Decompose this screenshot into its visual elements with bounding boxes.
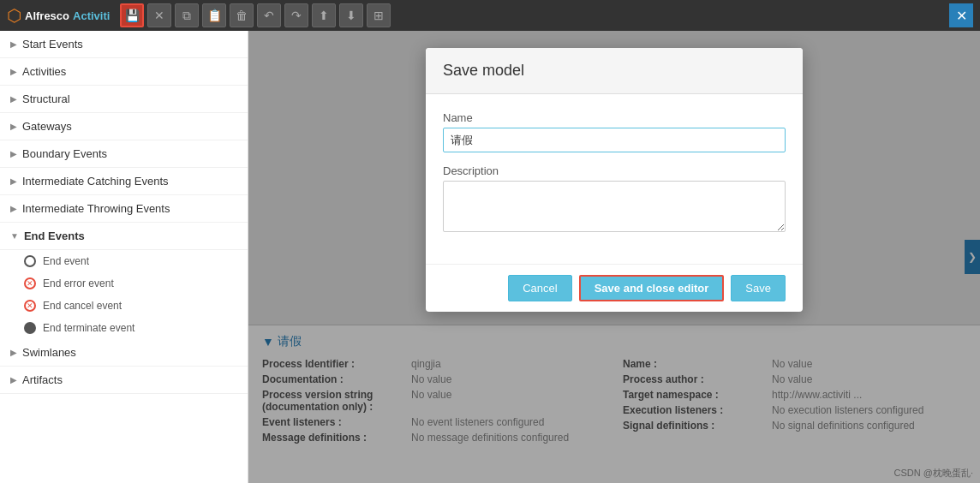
- sidebar-subitem-end-cancel[interactable]: ✕ End cancel event: [0, 295, 248, 317]
- sidebar-item-label: Intermediate Throwing Events: [22, 202, 170, 215]
- sidebar-subitem-label: End cancel event: [43, 300, 122, 312]
- logo-alfresco: Alfresco: [25, 9, 69, 22]
- sidebar: ▶ Start Events ▶ Activities ▶ Structural…: [0, 31, 248, 483]
- chevron-right-icon: ▶: [10, 149, 17, 158]
- chevron-right-icon: ▶: [10, 375, 17, 385]
- sidebar-subitem-end-terminate[interactable]: End terminate event: [0, 317, 248, 339]
- delete-button[interactable]: 🗑: [230, 3, 254, 27]
- description-field-group: Description: [443, 164, 786, 235]
- sidebar-item-label: Intermediate Catching Events: [22, 175, 169, 188]
- sidebar-item-gateways[interactable]: ▶ Gateways: [0, 113, 248, 140]
- name-label: Name: [443, 111, 786, 124]
- sidebar-item-artifacts[interactable]: ▶ Artifacts: [0, 367, 248, 394]
- paste-button[interactable]: 📋: [202, 3, 226, 27]
- sidebar-item-intermediate-throwing[interactable]: ▶ Intermediate Throwing Events: [0, 195, 248, 223]
- logo-activiti: Activiti: [73, 9, 110, 22]
- name-field-group: Name: [443, 111, 786, 152]
- sidebar-item-label: Gateways: [22, 120, 72, 133]
- canvas-area[interactable]: ❯ ▼ 请假 Process Identifier : qingjia Docu…: [248, 31, 980, 483]
- sidebar-item-label: Boundary Events: [22, 147, 107, 160]
- chevron-right-icon: ▶: [10, 348, 17, 357]
- logo: ⬡ Alfresco Activiti: [7, 5, 110, 26]
- description-label: Description: [443, 164, 786, 177]
- modal-footer: Cancel Save and close editor Save: [426, 264, 803, 312]
- topbar-right: ✕: [949, 3, 973, 27]
- undo-button[interactable]: ↶: [257, 3, 281, 27]
- modal-overlay: Save model Name Description Cancel Save …: [248, 31, 980, 483]
- sidebar-item-label: Artifacts: [22, 373, 63, 386]
- upload-button[interactable]: ⬆: [312, 3, 336, 27]
- sidebar-item-boundary-events[interactable]: ▶ Boundary Events: [0, 140, 248, 168]
- chevron-right-icon: ▶: [10, 176, 17, 186]
- save-and-close-button[interactable]: Save and close editor: [579, 275, 725, 301]
- sidebar-subitem-label: End error event: [43, 277, 114, 289]
- end-cancel-icon: ✕: [24, 300, 36, 312]
- sidebar-item-activities[interactable]: ▶ Activities: [0, 58, 248, 86]
- name-input[interactable]: [443, 128, 786, 152]
- end-terminate-icon: [24, 322, 36, 334]
- chevron-right-icon: ▶: [10, 67, 17, 76]
- cut-button[interactable]: ✕: [147, 3, 171, 27]
- chevron-right-icon: ▶: [10, 94, 17, 104]
- sidebar-subitem-end-error[interactable]: ✕ End error event: [0, 272, 248, 295]
- save-model-dialog: Save model Name Description Cancel Save …: [426, 48, 803, 312]
- cancel-button[interactable]: Cancel: [508, 275, 571, 301]
- modal-header: Save model: [426, 48, 803, 94]
- end-event-icon: [24, 255, 36, 267]
- sidebar-subitem-end-event[interactable]: End event: [0, 250, 248, 272]
- sidebar-subitem-label: End terminate event: [43, 322, 134, 334]
- download-button[interactable]: ⬇: [339, 3, 363, 27]
- zoom-button[interactable]: ⊞: [367, 3, 391, 27]
- description-textarea[interactable]: [443, 181, 786, 232]
- modal-title: Save model: [443, 62, 786, 80]
- chevron-right-icon: ▶: [10, 39, 17, 49]
- sidebar-item-end-events[interactable]: ▼ End Events: [0, 223, 248, 250]
- sidebar-item-label: Structural: [22, 92, 70, 105]
- sidebar-item-structural[interactable]: ▶ Structural: [0, 86, 248, 113]
- save-button[interactable]: 💾: [120, 3, 144, 27]
- copy-button[interactable]: ⧉: [175, 3, 199, 27]
- sidebar-subitem-label: End event: [43, 255, 89, 267]
- chevron-down-icon: ▼: [10, 231, 19, 241]
- sidebar-item-start-events[interactable]: ▶ Start Events: [0, 31, 248, 58]
- chevron-right-icon: ▶: [10, 204, 17, 213]
- modal-body: Name Description: [426, 94, 803, 264]
- close-editor-button[interactable]: ✕: [949, 3, 973, 27]
- sidebar-item-label: Start Events: [22, 38, 83, 51]
- chevron-right-icon: ▶: [10, 122, 17, 131]
- main-layout: ▶ Start Events ▶ Activities ▶ Structural…: [0, 31, 980, 483]
- sidebar-item-label: Swimlanes: [22, 346, 76, 359]
- end-error-icon: ✕: [24, 277, 36, 289]
- topbar: ⬡ Alfresco Activiti 💾 ✕ ⧉ 📋 🗑 ↶ ↷ ⬆ ⬇ ⊞ …: [0, 0, 980, 31]
- sidebar-item-swimlanes[interactable]: ▶ Swimlanes: [0, 339, 248, 367]
- sidebar-item-label: End Events: [24, 230, 85, 242]
- save-button[interactable]: Save: [731, 275, 786, 301]
- sidebar-item-intermediate-catching[interactable]: ▶ Intermediate Catching Events: [0, 168, 248, 195]
- alfresco-logo-icon: ⬡: [7, 5, 21, 26]
- redo-button[interactable]: ↷: [284, 3, 308, 27]
- sidebar-item-label: Activities: [22, 65, 66, 78]
